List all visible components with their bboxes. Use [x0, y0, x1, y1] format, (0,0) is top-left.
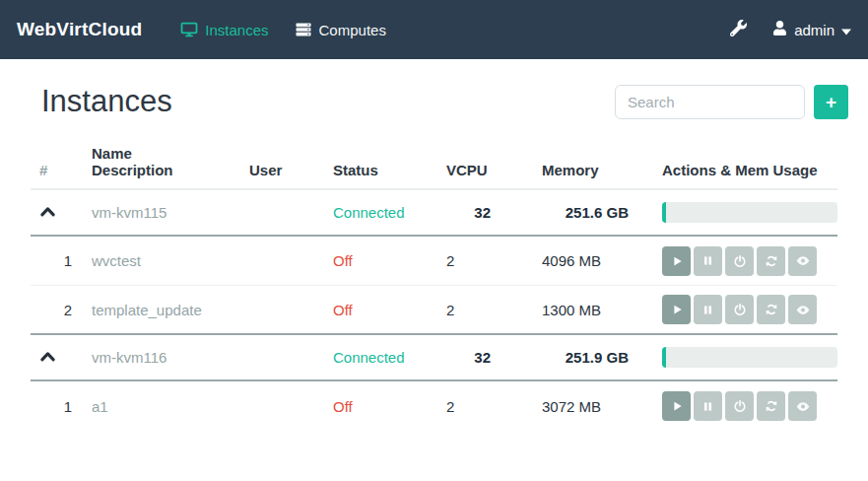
instance-row: 1 wvctest Off 2 4096 MB — [31, 237, 837, 286]
col-header-memory: Memory — [542, 162, 662, 178]
mem-usage-fill — [662, 202, 666, 223]
host-name[interactable]: vm-kvm115 — [92, 204, 249, 221]
instance-memory: 3072 MB — [542, 398, 662, 415]
host-memory: 251.6 GB — [542, 204, 662, 221]
play-button[interactable] — [662, 295, 691, 324]
power-button[interactable] — [725, 391, 754, 421]
user-dropdown[interactable]: admin — [772, 21, 851, 38]
instance-name[interactable]: wvctest — [92, 252, 249, 269]
user-name: admin — [794, 22, 835, 38]
refresh-icon — [765, 303, 778, 316]
host-vcpu: 32 — [446, 204, 542, 221]
page-title: Instances — [41, 84, 172, 119]
instance-row: 1 a1 Off 2 3072 MB — [31, 381, 837, 431]
instance-index: 1 — [39, 398, 92, 415]
mem-usage-bar — [662, 202, 837, 223]
server-icon — [295, 21, 312, 38]
eye-button[interactable] — [788, 391, 817, 421]
instance-name[interactable]: template_update — [92, 302, 249, 318]
col-header-status: Status — [333, 162, 446, 178]
eye-icon — [795, 399, 811, 414]
row-status: Off — [333, 252, 446, 269]
play-button[interactable] — [662, 391, 691, 421]
eye-button[interactable] — [788, 295, 817, 324]
power-button[interactable] — [725, 295, 754, 324]
navbar: WebVirtCloud Instances — [0, 0, 868, 59]
instance-actions — [662, 295, 837, 324]
add-instance-button[interactable]: + — [814, 85, 848, 119]
refresh-icon — [765, 399, 778, 413]
nav-item-instances[interactable]: Instances — [167, 21, 281, 38]
mem-usage-fill — [662, 347, 666, 368]
col-header-user: User — [249, 162, 333, 178]
col-header-num: # — [39, 162, 92, 178]
refresh-button[interactable] — [757, 391, 785, 421]
instance-actions — [662, 391, 837, 421]
navbar-right: admin — [730, 20, 851, 39]
col-header-name: Name Description — [92, 145, 249, 178]
user-icon — [772, 21, 787, 38]
head-controls: + — [615, 85, 848, 119]
host-vcpu: 32 — [446, 349, 542, 366]
brand-link[interactable]: WebVirtCloud — [17, 19, 142, 40]
pause-button[interactable] — [694, 295, 722, 324]
table-header: # Name Description User Status VCPU Memo… — [31, 139, 837, 190]
pause-icon — [701, 304, 714, 316]
host-name[interactable]: vm-kvm116 — [92, 349, 249, 366]
pause-icon — [701, 254, 714, 267]
power-icon — [733, 303, 747, 316]
play-icon — [670, 399, 684, 413]
mem-usage-bar — [662, 347, 837, 368]
instance-vcpu: 2 — [446, 252, 542, 269]
instance-memory: 1300 MB — [542, 302, 662, 318]
col-header-actions: Actions & Mem Usage — [662, 162, 837, 178]
instance-vcpu: 2 — [446, 398, 542, 415]
eye-icon — [795, 253, 811, 268]
pause-button[interactable] — [694, 391, 722, 421]
main-nav: Instances Computes — [167, 21, 399, 38]
instance-row: 2 template_update Off 2 1300 MB — [31, 286, 837, 335]
power-icon — [733, 399, 747, 413]
refresh-button[interactable] — [757, 246, 785, 276]
col-header-vcpu: VCPU — [446, 162, 542, 178]
host-row: vm-kvm116 Connected 32 251.9 GB — [31, 335, 837, 381]
row-status: Off — [333, 398, 446, 415]
play-button[interactable] — [662, 246, 691, 276]
caret-down-icon — [841, 22, 851, 38]
instance-memory: 4096 MB — [542, 252, 662, 269]
table-body: vm-kvm115 Connected 32 251.6 GB 1 wvctes… — [31, 190, 837, 431]
pause-button[interactable] — [694, 246, 722, 276]
page-header: Instances + — [30, 76, 848, 127]
chevron-up-icon — [39, 204, 56, 221]
tools-menu[interactable] — [730, 20, 747, 39]
instance-index: 1 — [39, 252, 92, 269]
power-button[interactable] — [725, 246, 754, 276]
refresh-button[interactable] — [757, 295, 785, 324]
power-icon — [733, 254, 747, 268]
collapse-toggle[interactable] — [39, 204, 92, 221]
search-input[interactable] — [615, 85, 805, 119]
row-status: Off — [333, 302, 446, 318]
nav-item-label: Computes — [319, 22, 386, 38]
host-row: vm-kvm115 Connected 32 251.6 GB — [31, 190, 837, 237]
eye-button[interactable] — [788, 246, 817, 276]
nav-item-computes[interactable]: Computes — [282, 21, 399, 38]
play-icon — [670, 254, 684, 268]
instance-index: 2 — [39, 302, 92, 318]
instances-table: # Name Description User Status VCPU Memo… — [31, 139, 837, 431]
instance-actions — [662, 246, 837, 276]
host-memory: 251.9 GB — [542, 349, 662, 366]
row-status: Connected — [333, 204, 446, 221]
instance-vcpu: 2 — [446, 302, 542, 318]
collapse-toggle[interactable] — [39, 349, 92, 366]
desktop-icon — [180, 21, 198, 38]
nav-item-label: Instances — [205, 22, 268, 38]
eye-icon — [795, 303, 811, 317]
refresh-icon — [765, 254, 778, 268]
pause-icon — [701, 400, 714, 413]
instance-name[interactable]: a1 — [92, 398, 249, 415]
chevron-up-icon — [39, 349, 56, 366]
row-status: Connected — [333, 349, 446, 366]
wrench-icon — [730, 20, 747, 39]
play-icon — [670, 303, 684, 316]
